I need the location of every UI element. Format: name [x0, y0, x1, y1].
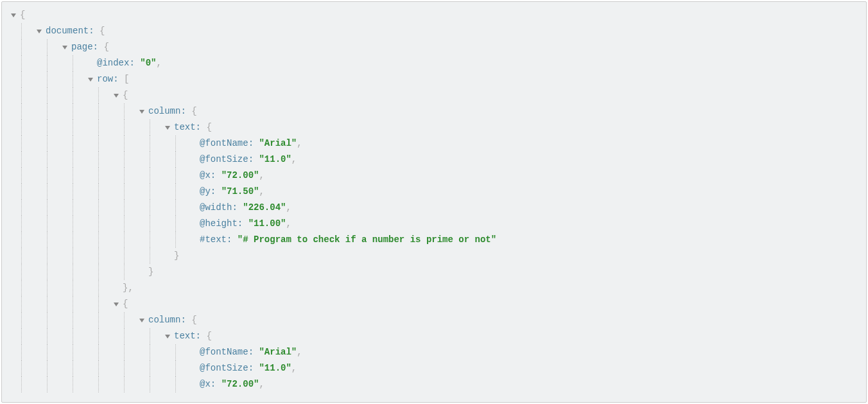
- tree-row: @fontSize: "11.0",: [20, 152, 866, 168]
- key-column: column: [148, 106, 180, 116]
- tree-row: @y: "71.50",: [20, 184, 866, 200]
- tree-row: {: [20, 296, 866, 312]
- tree-row: },: [20, 280, 866, 296]
- chevron-down-icon[interactable]: [165, 126, 170, 130]
- tree-row: text: {: [20, 119, 866, 136]
- tree-row: }: [20, 248, 866, 264]
- value-fontsize: "11.0": [259, 154, 291, 164]
- value-x: "72.00": [221, 379, 259, 389]
- open-brace: {: [20, 10, 25, 20]
- tree-row: @x: "72.00",: [20, 168, 866, 184]
- close-brace: }: [148, 267, 153, 277]
- tree-row: @index: "0",: [20, 55, 866, 71]
- value-fontsize: "11.0": [259, 363, 291, 373]
- value-index: "0": [140, 58, 156, 68]
- tree-row: page: {: [20, 39, 866, 55]
- value-hashtext: "# Program to check if a number is prime…: [238, 234, 496, 245]
- content: { document: { page: {: [2, 2, 866, 402]
- close-brace: }: [174, 250, 179, 261]
- chevron-down-icon[interactable]: [11, 13, 16, 17]
- tree-row: @fontName: "Arial",: [20, 344, 866, 360]
- chevron-down-icon[interactable]: [62, 46, 67, 49]
- key-document: document: [46, 26, 89, 36]
- tree-row: @fontSize: "11.0",: [20, 360, 866, 376]
- key-width: @width: [200, 202, 232, 213]
- value-height: "11.00": [248, 218, 286, 229]
- chevron-down-icon[interactable]: [114, 303, 119, 306]
- tree-row: @width: "226.04",: [20, 200, 866, 216]
- tree-row: }: [20, 264, 866, 280]
- chevron-down-icon[interactable]: [139, 110, 144, 114]
- key-x: @x: [200, 379, 211, 389]
- chevron-down-icon[interactable]: [88, 78, 93, 82]
- chevron-down-icon[interactable]: [139, 319, 144, 322]
- tree-row: @height: "11.00",: [20, 216, 866, 232]
- tree-row: {: [20, 7, 866, 23]
- key-x: @x: [200, 170, 211, 180]
- chevron-down-icon[interactable]: [37, 30, 42, 33]
- key-page: page: [71, 42, 93, 52]
- tree-row: @x: "72.00",: [20, 376, 866, 392]
- tree-row: column: {: [20, 312, 866, 328]
- tree-row: {: [20, 87, 866, 103]
- key-text: text: [174, 122, 196, 132]
- tree-row: text: {: [20, 328, 866, 344]
- value-width: "226.04": [243, 202, 286, 213]
- value-fontname: "Arial": [259, 347, 297, 357]
- key-row: row: [97, 74, 113, 84]
- close-brace-comma: },: [123, 283, 134, 293]
- tree-row: document: {: [20, 23, 866, 39]
- value-fontname: "Arial": [259, 138, 297, 148]
- chevron-down-icon[interactable]: [165, 335, 170, 338]
- key-column: column: [148, 315, 180, 325]
- key-text: text: [174, 331, 196, 341]
- value-y: "71.50": [221, 186, 259, 197]
- key-y: @y: [200, 186, 211, 197]
- key-fontsize: @fontSize: [200, 154, 248, 164]
- value-x: "72.00": [221, 170, 259, 180]
- json-tree-viewer: { document: { page: {: [1, 1, 867, 403]
- tree-row: row: [: [20, 71, 866, 87]
- tree-row: column: {: [20, 103, 866, 119]
- key-height: @height: [200, 218, 238, 229]
- tree-row: @fontName: "Arial",: [20, 136, 866, 152]
- key-fontname: @fontName: [200, 347, 248, 357]
- key-fontsize: @fontSize: [200, 363, 248, 373]
- tree-row: #text: "# Program to check if a number i…: [20, 232, 866, 248]
- key-hashtext: #text: [200, 234, 227, 245]
- key-index: @index: [97, 58, 129, 68]
- key-fontname: @fontName: [200, 138, 248, 148]
- chevron-down-icon[interactable]: [114, 94, 119, 98]
- scroll-area[interactable]: { document: { page: {: [2, 2, 866, 402]
